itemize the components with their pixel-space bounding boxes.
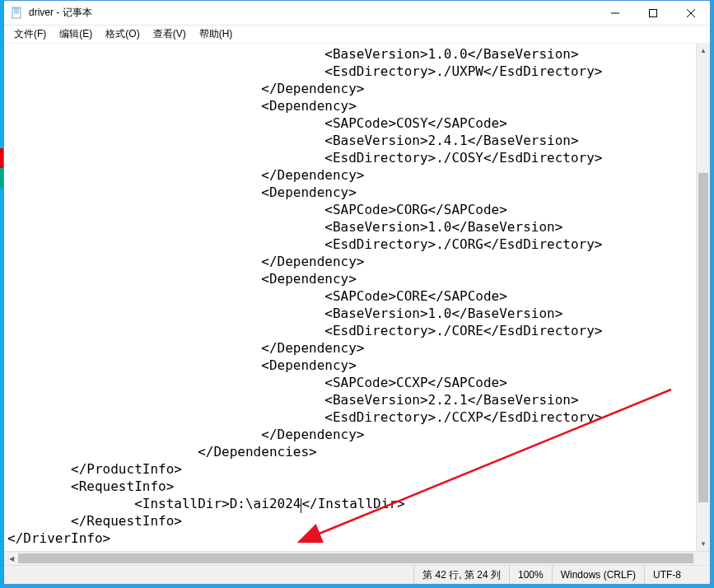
hscroll-track[interactable] bbox=[18, 552, 682, 565]
text-line: </Dependency> bbox=[7, 166, 693, 184]
maximize-icon bbox=[649, 9, 657, 17]
menubar: 文件(F) 编辑(E) 格式(O) 查看(V) 帮助(H) bbox=[4, 26, 710, 44]
close-icon bbox=[687, 9, 695, 17]
text-line: <EsdDirectory>./CORG</EsdDirectory> bbox=[7, 236, 693, 253]
notepad-icon bbox=[11, 7, 24, 20]
menu-edit[interactable]: 编辑(E) bbox=[53, 26, 99, 43]
text-line: <SAPCode>COSY</SAPCode> bbox=[7, 114, 693, 132]
text-line: <RequestInfo> bbox=[7, 478, 693, 495]
titlebar[interactable]: driver - 记事本 bbox=[4, 1, 710, 26]
text-editor-area[interactable]: <BaseVersion>1.0.0</BaseVersion> <EsdDir… bbox=[4, 44, 696, 551]
text-line: <BaseVersion>1.0.0</BaseVersion> bbox=[7, 45, 693, 63]
menu-format[interactable]: 格式(O) bbox=[99, 26, 146, 43]
text-line: <EsdDirectory>./CORE</EsdDirectory> bbox=[7, 322, 693, 339]
text-line: </RequestInfo> bbox=[7, 512, 693, 530]
text-line: <InstallDir>D:\ai2024</InstallDir> bbox=[7, 495, 693, 512]
minimize-icon bbox=[611, 9, 619, 17]
text-line: <SAPCode>CORE</SAPCode> bbox=[7, 287, 693, 305]
minimize-button[interactable] bbox=[596, 1, 634, 26]
scroll-corner bbox=[696, 552, 710, 565]
text-line: <BaseVersion>1.0</BaseVersion> bbox=[7, 218, 693, 236]
scroll-down-icon[interactable]: ▼ bbox=[697, 537, 710, 551]
text-line: </Dependencies> bbox=[7, 443, 693, 460]
text-line: <Dependency> bbox=[7, 357, 693, 374]
text-line: <SAPCode>CCXP</SAPCode> bbox=[7, 374, 693, 391]
text-line: <EsdDirectory>./CCXP</EsdDirectory> bbox=[7, 408, 693, 426]
text-line: <SAPCode>CORG</SAPCode> bbox=[7, 201, 693, 218]
text-line: <EsdDirectory>./UXPW</EsdDirectory> bbox=[7, 63, 693, 80]
window-title: driver - 记事本 bbox=[29, 6, 92, 20]
svg-rect-6 bbox=[650, 9, 657, 16]
text-line: <Dependency> bbox=[7, 97, 693, 114]
text-line: </ProductInfo> bbox=[7, 460, 693, 478]
maximize-button[interactable] bbox=[634, 1, 672, 26]
text-line: </Dependency> bbox=[7, 339, 693, 357]
text-line: </Dependency> bbox=[7, 253, 693, 270]
close-button[interactable] bbox=[672, 1, 710, 26]
statusbar: 第 42 行, 第 24 列 100% Windows (CRLF) UTF-8 bbox=[4, 565, 710, 584]
text-line: <Dependency> bbox=[7, 184, 693, 201]
status-position: 第 42 行, 第 24 列 bbox=[413, 566, 509, 584]
vscroll-thumb[interactable] bbox=[698, 173, 708, 502]
status-encoding: UTF-8 bbox=[644, 566, 710, 584]
horizontal-scrollbar[interactable]: ◀ ▶ bbox=[4, 551, 710, 565]
text-line: </Dependency> bbox=[7, 80, 693, 97]
menu-help[interactable]: 帮助(H) bbox=[193, 26, 240, 43]
text-line: <BaseVersion>2.4.1</BaseVersion> bbox=[7, 132, 693, 149]
text-line: </DriverInfo> bbox=[7, 530, 693, 547]
text-line: <BaseVersion>2.2.1</BaseVersion> bbox=[7, 391, 693, 408]
hscroll-thumb[interactable] bbox=[18, 553, 693, 563]
text-line: <EsdDirectory>./COSY</EsdDirectory> bbox=[7, 149, 693, 166]
notepad-window: driver - 记事本 文件(F) 编辑(E) 格式(O) 查看(V) 帮助(… bbox=[3, 0, 711, 585]
text-line: </Dependency> bbox=[7, 426, 693, 443]
svg-rect-4 bbox=[12, 7, 21, 9]
vertical-scrollbar[interactable]: ▲ ▼ bbox=[696, 44, 710, 551]
status-line-ending: Windows (CRLF) bbox=[552, 566, 644, 584]
menu-view[interactable]: 查看(V) bbox=[147, 26, 193, 43]
menu-file[interactable]: 文件(F) bbox=[7, 26, 53, 43]
vscroll-track[interactable] bbox=[697, 58, 710, 537]
status-zoom: 100% bbox=[509, 566, 552, 584]
scroll-left-icon[interactable]: ◀ bbox=[4, 552, 18, 565]
scroll-up-icon[interactable]: ▲ bbox=[697, 44, 710, 58]
text-caret bbox=[301, 498, 301, 513]
text-line: <Dependency> bbox=[7, 270, 693, 287]
text-line: <BaseVersion>1.0</BaseVersion> bbox=[7, 305, 693, 322]
